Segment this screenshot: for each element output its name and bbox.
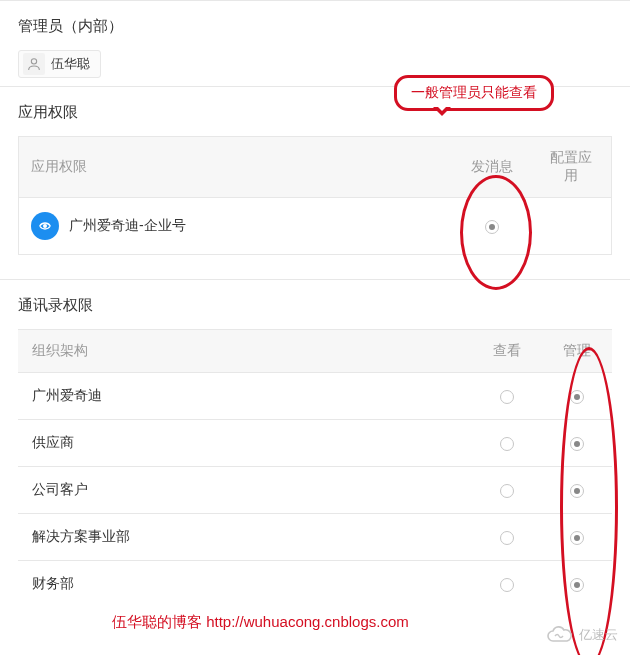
radio-view[interactable]	[500, 531, 514, 545]
admin-section-title: 管理员（内部）	[18, 17, 612, 36]
org-name: 解决方案事业部	[18, 514, 472, 561]
callout-note: 一般管理员只能查看	[394, 75, 554, 111]
org-name: 供应商	[18, 420, 472, 467]
radio-manage[interactable]	[570, 437, 584, 451]
admin-section: 管理员（内部） 伍华聪	[0, 0, 630, 86]
org-name: 财务部	[18, 561, 472, 608]
admin-chip[interactable]: 伍华聪	[18, 50, 101, 78]
table-row: 解决方案事业部	[18, 514, 612, 561]
col-view: 查看	[472, 330, 542, 373]
footer-text: 伍华聪的博客	[112, 613, 206, 630]
radio-view[interactable]	[500, 437, 514, 451]
callout-text: 一般管理员只能查看	[411, 84, 537, 100]
footer-note: 伍华聪的博客 http://wuhuacong.cnblogs.com	[112, 613, 409, 632]
radio-view[interactable]	[500, 578, 514, 592]
svg-point-1	[44, 225, 47, 228]
radio-view[interactable]	[500, 484, 514, 498]
footer-url: http://wuhuacong.cnblogs.com	[206, 613, 409, 630]
logo-text: 亿速云	[579, 626, 618, 644]
app-permissions-table: 应用权限 发消息 配置应用 广州爱奇迪-企业号	[18, 136, 612, 255]
col-app-name: 应用权限	[19, 137, 452, 198]
radio-view[interactable]	[500, 390, 514, 404]
col-manage: 管理	[542, 330, 612, 373]
radio-manage[interactable]	[570, 484, 584, 498]
radio-manage[interactable]	[570, 531, 584, 545]
app-name: 广州爱奇迪-企业号	[69, 217, 186, 235]
org-name: 广州爱奇迪	[18, 373, 472, 420]
table-row: 财务部	[18, 561, 612, 608]
col-config-app: 配置应用	[532, 137, 612, 198]
avatar-icon	[23, 53, 45, 75]
table-row: 广州爱奇迪	[18, 373, 612, 420]
logo-yisu: 亿速云	[545, 625, 618, 645]
contacts-permissions-title: 通讯录权限	[18, 296, 612, 315]
contacts-permissions-section: 通讯录权限 组织架构 查看 管理 广州爱奇迪供应商公司客户解决方案事业部财务部	[0, 279, 630, 615]
radio-manage[interactable]	[570, 578, 584, 592]
table-row: 供应商	[18, 420, 612, 467]
radio-send-msg[interactable]	[485, 220, 499, 234]
table-row: 广州爱奇迪-企业号	[19, 198, 612, 255]
radio-manage[interactable]	[570, 390, 584, 404]
app-permissions-section: 应用权限 应用权限 发消息 配置应用 广州爱奇迪-企业号	[0, 86, 630, 279]
contacts-permissions-table: 组织架构 查看 管理 广州爱奇迪供应商公司客户解决方案事业部财务部	[18, 329, 612, 607]
org-name: 公司客户	[18, 467, 472, 514]
app-icon	[31, 212, 59, 240]
col-org: 组织架构	[18, 330, 472, 373]
col-send-msg: 发消息	[452, 137, 532, 198]
admin-name: 伍华聪	[51, 55, 90, 73]
svg-point-0	[31, 59, 36, 64]
cloud-icon	[545, 625, 575, 645]
table-row: 公司客户	[18, 467, 612, 514]
